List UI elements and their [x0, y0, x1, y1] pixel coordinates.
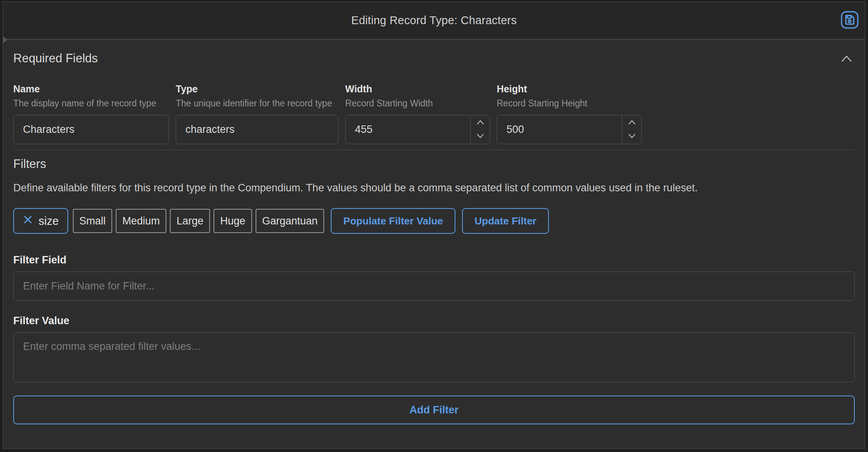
width-decrement-button[interactable] — [471, 130, 490, 144]
panel-divider-handle[interactable] — [3, 36, 7, 43]
height-stepper — [497, 115, 642, 144]
type-description: The unique identifier for the record typ… — [176, 98, 339, 109]
filter-value-textarea[interactable] — [13, 332, 855, 382]
filter-chips-row: size SmallMediumLargeHugeGargantuan Popu… — [13, 208, 855, 234]
save-button[interactable] — [840, 11, 860, 31]
filters-heading: Filters — [13, 157, 855, 171]
height-increment-button[interactable] — [622, 115, 641, 130]
filters-description: Define available filters for this record… — [13, 182, 855, 194]
required-fields-heading: Required Fields — [13, 51, 98, 65]
filter-size-chip[interactable]: size — [13, 208, 68, 234]
width-label: Width — [345, 83, 490, 95]
filter-field-label: Filter Field — [13, 254, 855, 266]
filter-value-chip[interactable]: Small — [73, 209, 113, 233]
page-title: Editing Record Type: Characters — [351, 14, 517, 27]
height-stepper-buttons — [622, 115, 641, 144]
filter-field-input[interactable] — [13, 272, 855, 301]
required-fields-header: Required Fields — [13, 51, 855, 65]
name-input[interactable] — [13, 115, 169, 144]
record-type-editor-window: Editing Record Type: Characters Required… — [3, 2, 865, 449]
filter-value-chip[interactable]: Huge — [213, 209, 252, 233]
name-label: Name — [13, 83, 169, 95]
floppy-disk-icon — [840, 10, 859, 31]
chevron-down-icon — [475, 132, 485, 141]
filter-value-label: Filter Value — [13, 315, 855, 327]
title-bar: Editing Record Type: Characters — [3, 2, 865, 40]
height-description: Record Starting Height — [497, 98, 642, 109]
chevron-up-icon — [627, 118, 637, 127]
height-label: Height — [497, 83, 642, 95]
editor-panel: Required Fields Name The display name of… — [3, 40, 865, 448]
populate-filter-value-button[interactable]: Populate Filter Value — [331, 208, 455, 234]
chevron-up-icon — [840, 59, 853, 65]
height-input[interactable] — [497, 115, 622, 144]
filter-value-chips: SmallMediumLargeHugeGargantuan — [73, 209, 325, 233]
add-filter-button[interactable]: Add Filter — [13, 396, 855, 424]
required-fields-row: Name The display name of the record type… — [13, 83, 855, 144]
remove-filter-x-icon[interactable] — [23, 214, 33, 228]
chevron-up-icon — [475, 118, 485, 127]
type-input[interactable] — [176, 115, 339, 144]
collapse-section-button[interactable] — [838, 52, 855, 65]
filter-value-chip[interactable]: Gargantuan — [256, 209, 325, 233]
update-filter-button[interactable]: Update Filter — [462, 208, 549, 234]
width-description: Record Starting Width — [345, 98, 490, 109]
section-divider — [13, 150, 855, 150]
height-decrement-button[interactable] — [622, 130, 641, 144]
name-field-group: Name The display name of the record type — [13, 83, 169, 144]
filter-value-chip[interactable]: Large — [170, 209, 210, 233]
type-label: Type — [176, 83, 339, 95]
width-field-group: Width Record Starting Width — [345, 83, 490, 144]
name-description: The display name of the record type — [13, 98, 169, 109]
filter-value-chip[interactable]: Medium — [116, 209, 166, 233]
chevron-down-icon — [627, 132, 637, 141]
type-field-group: Type The unique identifier for the recor… — [176, 83, 339, 144]
width-stepper-buttons — [470, 115, 490, 144]
height-field-group: Height Record Starting Height — [497, 83, 642, 144]
width-stepper — [345, 115, 490, 144]
width-increment-button[interactable] — [471, 115, 490, 130]
filter-field-name: size — [39, 215, 59, 228]
width-input[interactable] — [346, 115, 470, 144]
